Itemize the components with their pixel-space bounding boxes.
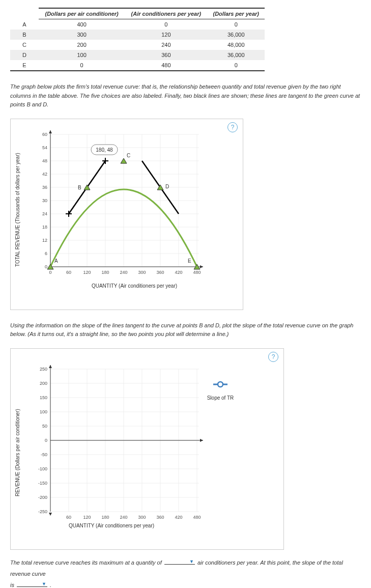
svg-text:-200: -200	[38, 495, 47, 500]
svg-text:360: 360	[156, 515, 164, 520]
svg-text:D: D	[165, 184, 169, 189]
chart1-svg[interactable]: 0601201802403003604204800612182430364248…	[35, 129, 218, 282]
instruction-paragraph-1: The graph below plots the firm's total r…	[10, 82, 361, 109]
svg-text:200: 200	[40, 381, 47, 386]
svg-text:6: 6	[45, 251, 47, 256]
svg-text:360: 360	[156, 270, 164, 275]
help-icon[interactable]: ?	[227, 122, 238, 132]
svg-text:240: 240	[120, 515, 127, 520]
legend-slope-tr[interactable]: Slope of TR	[207, 382, 234, 401]
svg-text:480: 480	[193, 270, 201, 275]
price-revenue-table: (Dollars per air conditioner) (Air condi…	[10, 8, 265, 71]
svg-text:60: 60	[66, 515, 71, 520]
col-header-rev: (Dollars per year)	[207, 8, 265, 19]
svg-text:60: 60	[66, 270, 71, 275]
svg-marker-79	[200, 439, 203, 442]
svg-text:0: 0	[45, 438, 47, 443]
svg-text:300: 300	[138, 270, 146, 275]
svg-text:36: 36	[42, 185, 47, 190]
help-icon[interactable]: ?	[268, 352, 278, 362]
svg-text:-50: -50	[41, 452, 47, 457]
svg-text:42: 42	[42, 172, 47, 177]
svg-text:E: E	[188, 258, 191, 264]
table-row: C20024048,000	[10, 40, 265, 50]
svg-text:480: 480	[193, 515, 201, 520]
svg-text:0: 0	[45, 264, 47, 269]
svg-text:420: 420	[175, 515, 182, 520]
dropdown-quantity[interactable]: ▼	[164, 557, 195, 565]
svg-text:300: 300	[138, 515, 146, 520]
svg-text:-250: -250	[38, 509, 47, 514]
fill-in-sentence: The total revenue curve reaches its maxi…	[10, 557, 361, 588]
svg-point-102	[218, 382, 223, 387]
svg-text:Slope of TR: Slope of TR	[207, 395, 234, 401]
svg-text:A: A	[54, 258, 58, 264]
chart2-xlabel: QUANTITY (Air conditioners per year)	[30, 523, 193, 528]
svg-marker-22	[200, 265, 203, 268]
dropdown-slope[interactable]: ▼	[17, 579, 47, 587]
svg-text:-100: -100	[38, 466, 47, 471]
svg-text:250: 250	[40, 367, 47, 372]
svg-text:18: 18	[42, 225, 47, 230]
svg-text:30: 30	[42, 198, 47, 203]
svg-marker-23	[49, 130, 52, 133]
svg-text:54: 54	[42, 145, 47, 150]
chart2-svg[interactable]: 60120180240300360420480-250-200-150-100-…	[30, 359, 259, 522]
svg-text:420: 420	[175, 270, 182, 275]
table-row: D10036036,000	[10, 50, 265, 60]
svg-text:120: 120	[83, 270, 91, 275]
table-row: E04800	[10, 60, 265, 71]
svg-text:50: 50	[42, 424, 47, 429]
svg-marker-80	[49, 365, 52, 368]
svg-text:180: 180	[101, 515, 109, 520]
svg-text:240: 240	[120, 270, 127, 275]
chart-panel-slope: ? REVENUE (Dollars per air conditioner) …	[10, 348, 284, 550]
svg-text:150: 150	[40, 395, 47, 400]
tooltip-text: 180, 48	[96, 147, 113, 153]
chart1-ylabel: TOTAL REVENUE (Thousands of dollars per …	[15, 153, 20, 267]
col-header-price: (Dollars per air conditioner)	[39, 8, 125, 19]
chart1-xlabel: QUANTITY (Air conditioners per year)	[35, 283, 234, 289]
svg-text:C: C	[127, 153, 130, 158]
svg-text:0: 0	[49, 270, 51, 275]
chart-panel-total-revenue: ? TOTAL REVENUE (Thousands of dollars pe…	[10, 119, 243, 310]
table-row: A40000	[10, 19, 265, 30]
svg-text:12: 12	[42, 238, 47, 243]
svg-text:24: 24	[42, 211, 47, 216]
svg-text:-150: -150	[38, 481, 47, 486]
chart2-ylabel: REVENUE (Dollars per air conditioner)	[15, 409, 20, 496]
instruction-paragraph-2: Using the information on the slope of th…	[10, 321, 361, 339]
svg-text:120: 120	[83, 515, 91, 520]
point-c: C	[121, 153, 130, 163]
svg-text:100: 100	[40, 409, 47, 414]
table-row: B30012036,000	[10, 30, 265, 40]
svg-marker-81	[49, 513, 52, 516]
svg-text:180: 180	[101, 270, 109, 275]
col-header-qty: (Air conditioners per year)	[125, 8, 207, 19]
svg-text:60: 60	[42, 132, 47, 137]
svg-text:B: B	[78, 185, 81, 190]
svg-text:48: 48	[42, 158, 47, 163]
